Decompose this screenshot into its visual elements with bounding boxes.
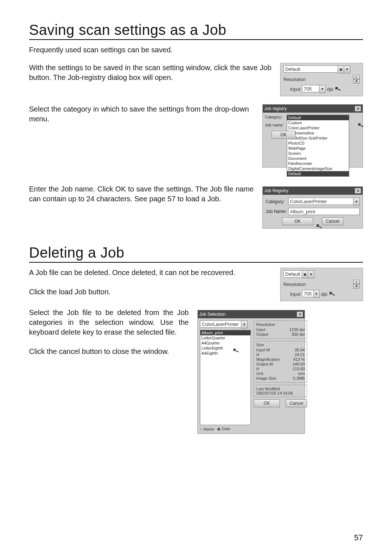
cursor-icon: ↖ — [328, 288, 336, 299]
list-item[interactable]: Photosensitive — [287, 130, 349, 136]
page-number: 57 — [354, 533, 363, 542]
ok-button[interactable]: OK — [282, 217, 313, 225]
list-item[interactable]: ColorLaserPrinter — [287, 125, 349, 130]
heading-saving: Saving scan settings as a Job — [29, 22, 363, 38]
jobname-input[interactable]: Album_print — [288, 208, 360, 215]
close-icon[interactable]: ✕ — [297, 311, 303, 317]
list-item[interactable]: Album_print — [200, 330, 250, 335]
dialog-title: Job Registry — [264, 188, 289, 193]
figure-scan-settings-top: Default ▣ ▼ Resolution ▴▣ Input 705 ▼ — [280, 63, 363, 96]
up-button[interactable]: ▴ — [353, 75, 360, 79]
jobname-label: Job name: — [265, 123, 287, 127]
category-field[interactable]: Default — [283, 65, 338, 73]
ok-button[interactable]: OK — [271, 131, 295, 139]
figure-job-registry-dropdown: Job registry ✕ Category: Default Custom … — [262, 104, 363, 167]
category-field[interactable]: Default — [283, 270, 302, 278]
group-last-modified: Last Modified 2002/07/25 14:33:06 — [254, 385, 307, 397]
list-item[interactable]: Custom — [287, 120, 349, 125]
para: Select the Job file to be deleted from t… — [29, 308, 189, 337]
close-icon[interactable]: ✕ — [355, 106, 361, 112]
ok-button[interactable]: OK — [254, 399, 280, 407]
close-icon[interactable]: ✕ — [355, 188, 361, 194]
list-item[interactable]: PhotoCD — [287, 141, 349, 146]
dialog-title: Job Selection — [199, 312, 225, 317]
para: Enter the Job name. Click OK to save the… — [29, 184, 254, 204]
dpi-label: dpi — [321, 291, 327, 297]
chevron-down-icon[interactable]: ▼ — [314, 290, 320, 298]
heading-deleting: Deleting a Job — [29, 245, 363, 261]
para: Frequently used scan settings can be sav… — [29, 45, 363, 55]
category-label: Category: — [266, 199, 288, 204]
list-item[interactable]: Default — [287, 171, 349, 176]
list-item[interactable]: LetterQuarter — [200, 335, 250, 340]
para: With the settings to be saved in the sca… — [29, 63, 271, 82]
para: Click the cancel button to close the win… — [29, 347, 189, 356]
category-field[interactable]: ColorLaserPrinter — [288, 198, 354, 205]
chevron-down-icon[interactable]: ▼ — [241, 320, 248, 328]
fit-button[interactable]: ▣ — [302, 270, 308, 278]
list-item[interactable]: WebPage — [287, 146, 349, 151]
rule — [29, 39, 363, 40]
chevron-down-icon[interactable]: ▼ — [319, 85, 326, 93]
chevron-down-icon[interactable]: ▼ — [354, 198, 360, 206]
para: Click the load Job button. — [29, 287, 271, 297]
down-button[interactable]: ▣ — [353, 284, 360, 288]
list-item[interactable]: Default — [287, 115, 349, 120]
rule — [29, 262, 363, 263]
chevron-down-icon[interactable]: ▼ — [344, 65, 350, 73]
list-item[interactable]: DigitalCameraImageSize — [287, 166, 349, 171]
list-item[interactable]: A4Eighth — [200, 351, 250, 356]
dpi-label: dpi — [327, 86, 333, 92]
input-value[interactable]: 705 — [302, 85, 319, 92]
para: Select the category in which to save the… — [29, 104, 254, 124]
figure-job-selection: Job Selection ✕ ColorLaserPrinter ▼ Albu… — [197, 310, 305, 434]
category-dropdown-open[interactable]: Default Custom ColorLaserPrinter Photose… — [287, 115, 349, 177]
fit-button[interactable]: ▣ — [338, 65, 344, 73]
resolution-label: Resolution — [283, 77, 306, 82]
down-button[interactable]: ▣ — [353, 79, 360, 84]
cancel-button[interactable]: Cancel — [322, 217, 343, 225]
list-item[interactable]: Document — [287, 156, 349, 161]
list-item[interactable]: Screen — [287, 151, 349, 156]
sort-name-radio[interactable]: ○ Name — [200, 427, 214, 431]
up-button[interactable]: ▴ — [353, 280, 360, 284]
input-label: Input — [290, 291, 301, 297]
figure-scan-settings-bottom: Default ▣ ▼ Resolution ▴▣ Input 705 ▼ — [280, 268, 363, 301]
list-item[interactable]: A4Quarter — [200, 340, 250, 346]
list-item[interactable]: FilmRecorder — [287, 161, 349, 166]
para: A Job file can be deleted. Once deleted,… — [29, 268, 271, 278]
jobname-label: Job Name: — [266, 209, 288, 214]
chevron-down-icon[interactable]: ▼ — [308, 270, 314, 278]
list-item[interactable]: Ink-JetDye-SubPrinter — [287, 136, 349, 141]
category-label: Category: — [265, 115, 287, 119]
group-resolution: Resolution Input1239 dpi Output300 dpi — [254, 320, 307, 339]
figure-job-registry: Job Registry ✕ Category: ColorLaserPrint… — [262, 186, 363, 229]
dialog-title: Job registry — [264, 106, 287, 111]
resolution-label: Resolution — [283, 282, 306, 287]
job-list[interactable]: Album_print LetterQuarter A4Quarter Lett… — [200, 330, 251, 425]
list-item[interactable]: LetterEighth — [200, 346, 250, 351]
cancel-button[interactable]: Cancel — [286, 399, 307, 407]
sort-date-radio[interactable]: ◉ Date — [217, 427, 230, 431]
group-size: Size Input W35.94 H24.21 Magnification41… — [254, 341, 307, 383]
cursor-icon: ↖ — [334, 84, 342, 94]
input-value[interactable]: 705 — [302, 290, 314, 297]
category-field[interactable]: ColorLaserPrinter — [200, 320, 241, 328]
input-label: Input — [290, 86, 301, 92]
